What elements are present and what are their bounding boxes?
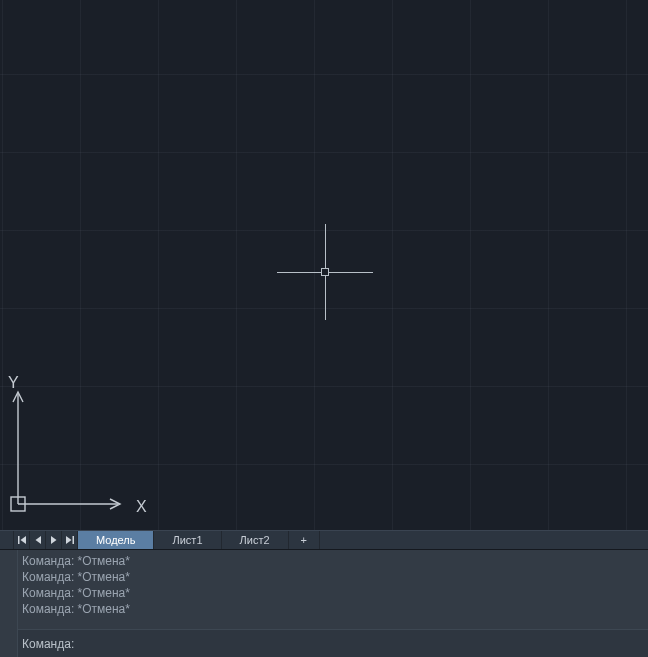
tab-nav-next-button[interactable] — [46, 531, 62, 549]
svg-marker-7 — [66, 536, 72, 544]
tab-sheet1[interactable]: Лист1 — [154, 531, 221, 549]
svg-marker-6 — [51, 536, 57, 544]
command-input[interactable] — [80, 637, 644, 651]
command-panel-gutter — [0, 550, 18, 657]
command-panel: Команда: *Отмена* Команда: *Отмена* Кома… — [0, 550, 648, 657]
tab-model-label: Модель — [96, 534, 135, 546]
command-history[interactable]: Команда: *Отмена* Команда: *Отмена* Кома… — [18, 550, 648, 629]
tab-add-button[interactable]: + — [289, 531, 320, 549]
tabstrip-fill — [320, 531, 648, 549]
command-history-line: Команда: *Отмена* — [22, 585, 644, 601]
command-history-line: Команда: *Отмена* — [22, 601, 644, 617]
svg-marker-4 — [20, 536, 26, 544]
svg-rect-3 — [18, 536, 20, 544]
axis-x-label: X — [136, 498, 147, 516]
command-prompt: Команда: — [22, 637, 74, 651]
tab-sheet2-label: Лист2 — [240, 534, 270, 546]
command-history-line: Команда: *Отмена* — [22, 553, 644, 569]
layout-tabstrip: Модель Лист1 Лист2 + — [0, 530, 648, 550]
tab-nav-first-button[interactable] — [14, 531, 30, 549]
tab-nav-prev-button[interactable] — [30, 531, 46, 549]
tab-nav-last-button[interactable] — [62, 531, 78, 549]
tab-model[interactable]: Модель — [78, 531, 154, 549]
axis-y-label: Y — [8, 374, 19, 392]
tab-sheet2[interactable]: Лист2 — [222, 531, 289, 549]
tabstrip-lead — [0, 531, 14, 549]
tab-add-label: + — [301, 534, 307, 546]
tab-sheet1-label: Лист1 — [172, 534, 202, 546]
ucs-icon: X Y — [10, 382, 130, 512]
drawing-viewport[interactable]: X Y — [0, 0, 648, 530]
command-history-line: Команда: *Отмена* — [22, 569, 644, 585]
svg-rect-8 — [72, 536, 74, 544]
command-line[interactable]: Команда: — [18, 629, 648, 657]
svg-marker-5 — [35, 536, 41, 544]
